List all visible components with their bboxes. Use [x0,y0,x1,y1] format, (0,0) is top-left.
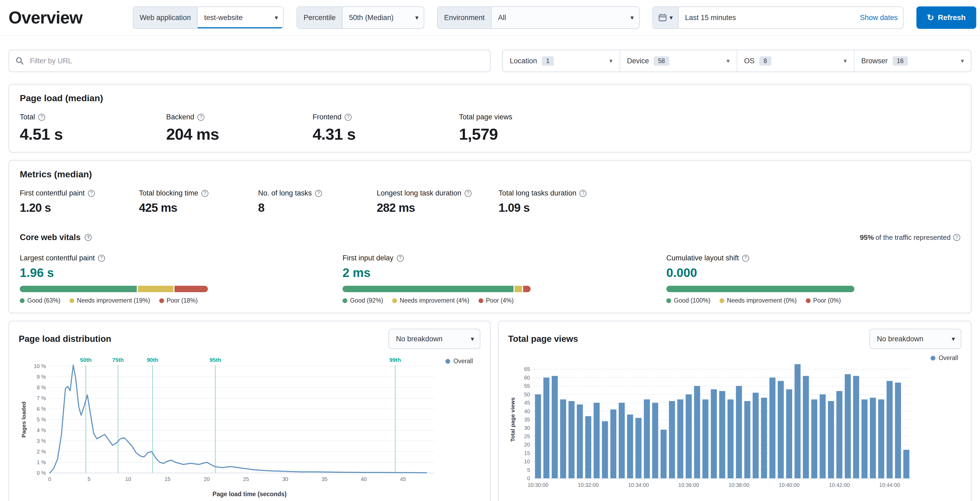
environment-label: Environment [438,7,492,28]
svg-text:9 %: 9 % [37,374,46,380]
browser-count-badge: 16 [892,56,908,66]
info-icon[interactable] [197,114,204,121]
facet-filter-group: Location 1 ▾ Device 58 ▾ OS 8 ▾ Browser … [502,50,972,72]
page-load-distribution-chart: 0 %1 %2 %3 %4 %5 %6 %7 %8 %9 %10 %051015… [19,352,480,487]
svg-text:30: 30 [282,476,288,482]
url-filter-input[interactable] [29,56,484,66]
calendar-icon [658,13,667,22]
browser-filter[interactable]: Browser 16 ▾ [854,50,971,72]
bar [686,394,692,478]
bar [886,381,892,478]
bar [652,403,658,478]
svg-text:7 %: 7 % [37,395,46,401]
svg-text:25: 25 [243,476,249,482]
breakdown-select[interactable]: No breakdown ▾ [388,329,480,349]
bar [761,398,767,478]
chart-legend[interactable]: Overall [445,358,473,365]
svg-text:5: 5 [88,476,90,482]
bar [619,403,625,478]
svg-text:10:32:00: 10:32:00 [578,482,599,488]
os-count-badge: 8 [759,56,772,66]
info-icon[interactable] [397,255,404,262]
date-picker-quick-menu[interactable]: ▾ [653,7,679,28]
bar [861,399,867,478]
location-filter[interactable]: Location 1 ▾ [503,50,620,72]
svg-text:99th: 99th [389,357,401,363]
info-icon[interactable] [742,255,749,262]
time-range-value[interactable]: Last 15 minutes [685,14,736,22]
chevron-down-icon: ▾ [275,14,278,21]
metric-total-page-views: Total page views 1,579 [459,113,960,143]
bar [568,401,575,478]
series-dot-icon [931,356,935,361]
breakdown-select[interactable]: No breakdown ▾ [869,329,961,349]
device-filter[interactable]: Device 58 ▾ [620,50,737,72]
info-icon[interactable] [953,234,960,241]
os-filter[interactable]: OS 8 ▾ [737,50,854,72]
chevron-down-icon: ▾ [415,14,418,21]
svg-text:40: 40 [361,476,367,482]
bar [811,399,817,478]
legend-needs-improvement: Needs improvement (0%) [727,297,797,304]
info-icon[interactable] [85,234,92,241]
metric-label: No. of long tasks [258,189,312,197]
environment-select[interactable]: Environment All ▾ [437,6,640,29]
svg-text:55: 55 [524,383,530,389]
info-icon[interactable] [202,190,208,197]
metric-value: 1.09 s [498,201,960,215]
svg-text:5: 5 [527,467,530,473]
info-icon[interactable] [465,190,472,197]
svg-text:20: 20 [204,476,210,482]
svg-text:3 %: 3 % [37,438,46,444]
date-picker[interactable]: ▾ Last 15 minutes Show dates [652,6,904,29]
show-dates-link[interactable]: Show dates [860,14,898,22]
metric-frontend: Frontend 4.31 s [313,113,459,143]
chevron-down-icon: ▾ [471,336,474,342]
traffic-represented-note: 95% of the traffic represented [860,234,960,242]
metric-tbt: Total blocking time 425 ms [139,189,258,215]
svg-text:35: 35 [321,476,327,482]
svg-text:35: 35 [524,417,530,423]
info-icon[interactable] [579,190,587,197]
chart-legend[interactable]: Overall [931,355,958,362]
percentile-label: Percentile [297,7,342,28]
needs-improvement-dot-icon [70,298,74,303]
info-icon[interactable] [88,190,95,197]
bar [870,398,876,478]
bar [635,418,641,478]
svg-text:95th: 95th [210,357,221,363]
metric-value: 4.51 s [20,125,166,143]
bar [602,421,608,478]
bar [593,403,600,478]
svg-text:10:42:00: 10:42:00 [829,482,850,488]
info-icon[interactable] [98,255,105,262]
metric-label: Total page views [459,113,512,121]
url-filter [8,50,490,72]
page-load-distribution-panel: Page load distribution No breakdown ▾ 0 … [8,321,490,501]
svg-text:10:30:00: 10:30:00 [528,482,549,488]
bar [803,376,809,478]
info-icon[interactable] [315,190,322,197]
percentile-select[interactable]: Percentile 50th (Median) ▾ [297,6,424,29]
metrics-panel: Metrics (median) First contentful paint … [8,160,972,313]
bar [560,399,566,478]
web-application-select[interactable]: Web application test-website ▾ [133,6,284,29]
bar [694,386,700,478]
location-filter-label: Location [510,57,537,65]
vital-label: Largest contentful paint [20,254,95,262]
bar [828,401,834,478]
info-icon[interactable] [38,114,45,121]
core-web-vitals-title: Core web vitals [20,232,80,242]
total-page-views-title: Total page views [508,334,578,344]
bar [795,364,801,478]
refresh-button-label: Refresh [938,13,966,22]
refresh-button[interactable]: ↻ Refresh [916,6,976,29]
poor-dot-icon [806,298,811,303]
info-icon[interactable] [345,114,352,121]
metric-total: Total 4.51 s [20,113,166,143]
page-load-panel: Page load (median) Total 4.51 s Backend … [8,84,972,153]
percentile-value: 50th (Median) [349,14,393,22]
bar [552,376,558,478]
legend-label: Overall [453,358,473,365]
svg-text:10:40:00: 10:40:00 [779,482,800,488]
